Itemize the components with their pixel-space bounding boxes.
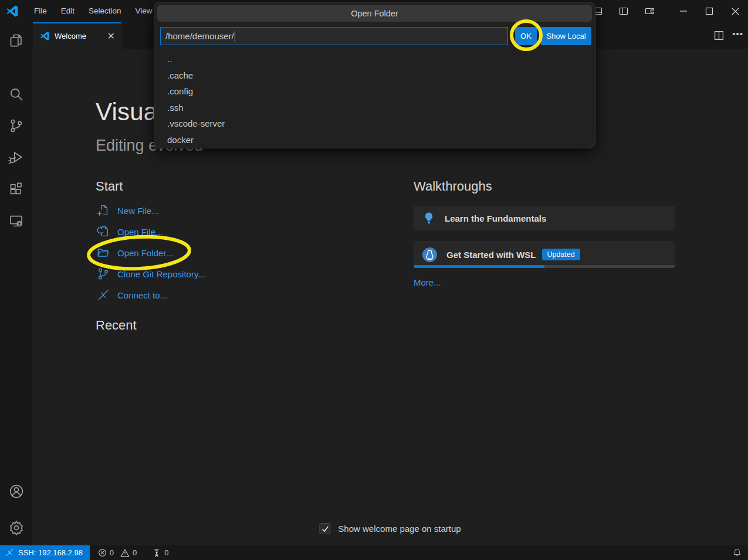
close-window-button[interactable] <box>722 0 748 22</box>
menu-bar: File Edit Selection View <box>27 0 160 22</box>
run-debug-icon[interactable] <box>0 144 32 170</box>
recent-heading: Recent <box>96 318 137 333</box>
editor-actions: ••• <box>714 22 743 49</box>
folder-path-input[interactable]: /home/demouser/ <box>160 27 508 45</box>
new-file-icon <box>97 204 110 217</box>
menu-edit[interactable]: Edit <box>54 0 82 22</box>
walkthroughs-heading: Walkthroughs <box>414 179 492 194</box>
warning-count: 0 <box>133 548 137 557</box>
updated-badge: Updated <box>542 249 580 260</box>
vscode-window: File Edit Selection View <box>0 0 748 560</box>
folder-item-docker[interactable]: docker <box>154 132 595 148</box>
maximize-button[interactable] <box>696 0 722 22</box>
tab-welcome[interactable]: Welcome ✕ <box>33 22 121 49</box>
tab-close-icon[interactable]: ✕ <box>107 32 115 41</box>
warnings-icon <box>120 548 130 558</box>
radio-tower-icon <box>152 548 161 558</box>
accounts-icon[interactable] <box>0 478 32 504</box>
folder-item-vscode-server[interactable]: .vscode-server <box>154 116 595 132</box>
vscode-logo-icon <box>6 5 19 18</box>
open-folder-dialog: Open Folder /home/demouser/ OK Show Loca… <box>154 2 595 148</box>
activity-bar <box>0 22 32 545</box>
show-welcome-checkbox[interactable] <box>319 523 330 534</box>
connect-to-link[interactable]: Connect to... <box>97 287 205 303</box>
explorer-icon[interactable] <box>0 27 32 53</box>
minimize-button[interactable] <box>671 0 696 22</box>
errors-icon <box>98 548 107 557</box>
folder-path-value: /home/demouser/ <box>165 31 234 41</box>
git-branch-icon <box>97 267 110 280</box>
more-actions-icon[interactable]: ••• <box>732 29 743 42</box>
remote-status-icon <box>5 548 14 557</box>
open-file-icon <box>97 225 110 238</box>
folder-item-parent[interactable]: .. <box>154 51 595 67</box>
walkthrough-progress-track <box>414 265 675 268</box>
notifications-bell[interactable] <box>732 545 742 560</box>
layout-sidebar-icon[interactable] <box>611 0 637 22</box>
ports-count: 0 <box>164 548 168 557</box>
open-folder-icon <box>97 246 110 259</box>
clone-repo-link[interactable]: Clone Git Repository... <box>97 266 205 282</box>
folder-item-config[interactable]: .config <box>154 83 595 100</box>
start-heading: Start <box>96 179 123 194</box>
walkthrough-progress-fill <box>414 265 544 268</box>
problems-indicator[interactable]: 0 0 <box>98 548 137 558</box>
show-local-button[interactable]: Show Local <box>541 27 591 45</box>
ok-button[interactable]: OK <box>515 27 537 45</box>
extensions-icon[interactable] <box>0 176 32 202</box>
remote-indicator[interactable]: SSH: 192.168.2.98 <box>0 545 90 560</box>
folder-list: .. .cache .config .ssh .vscode-server do… <box>154 51 595 148</box>
start-links: New File... Open File... Open Folder... … <box>97 202 205 303</box>
vscode-tab-icon <box>40 31 50 41</box>
text-caret <box>235 31 236 42</box>
ports-indicator[interactable]: 0 <box>152 548 168 558</box>
status-bar: SSH: 192.168.2.98 0 0 0 <box>0 545 748 560</box>
remote-label: SSH: 192.168.2.98 <box>18 548 83 557</box>
error-count: 0 <box>110 548 114 557</box>
remote-explorer-icon[interactable] <box>0 208 32 233</box>
open-file-link[interactable]: Open File... <box>97 223 205 240</box>
checkmark-icon <box>321 525 329 533</box>
settings-gear-icon[interactable] <box>0 515 32 541</box>
split-editor-icon[interactable] <box>714 30 724 40</box>
dialog-title: Open Folder <box>157 5 592 22</box>
menu-selection[interactable]: Selection <box>82 0 128 22</box>
menu-file[interactable]: File <box>27 0 54 22</box>
open-folder-link[interactable]: Open Folder... <box>97 245 205 261</box>
tab-welcome-label: Welcome <box>55 32 107 40</box>
source-control-icon[interactable] <box>0 113 32 138</box>
search-icon[interactable] <box>0 81 32 107</box>
folder-item-cache[interactable]: .cache <box>154 67 595 84</box>
layout-customize-icon[interactable] <box>637 0 662 22</box>
startup-checkbox-row: Show welcome page on startup <box>319 523 461 534</box>
wsl-penguin-icon <box>422 247 438 263</box>
card-label: Get Started with WSL <box>446 250 536 260</box>
card-label: Learn the Fundamentals <box>445 213 546 223</box>
more-walkthroughs-link[interactable]: More... <box>414 277 441 287</box>
new-file-link[interactable]: New File... <box>97 202 205 219</box>
startup-checkbox-label: Show welcome page on startup <box>338 524 461 534</box>
folder-item-ssh[interactable]: .ssh <box>154 100 595 116</box>
bell-icon <box>732 548 742 558</box>
window-controls <box>585 0 748 22</box>
walkthrough-card-fundamentals[interactable]: Learn the Fundamentals <box>414 206 675 230</box>
remote-icon <box>97 289 110 301</box>
walkthrough-card-wsl[interactable]: Get Started with WSL Updated <box>414 241 675 268</box>
lightbulb-icon <box>422 211 436 225</box>
